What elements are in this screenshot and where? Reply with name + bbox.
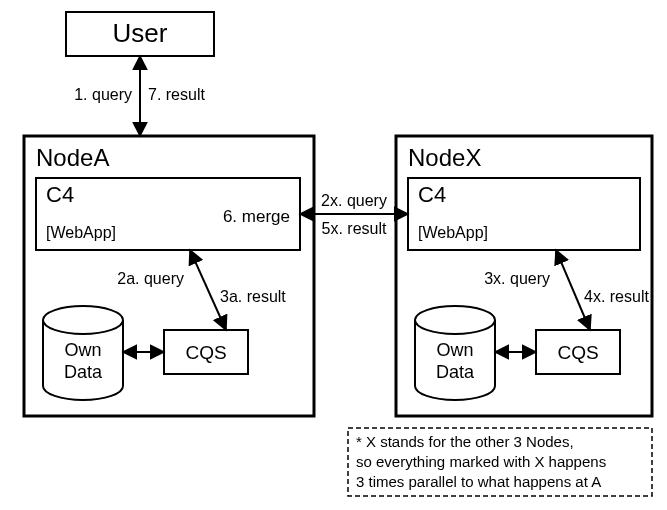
footnote-l3: 3 times parallel to what happens at A [356, 473, 601, 490]
node-x-own-data-l2: Data [436, 362, 475, 382]
edge-label-2x: 2x. query [321, 192, 387, 209]
node-x-own-data-l1: Own [436, 340, 473, 360]
node-x-title: NodeX [408, 144, 481, 171]
svg-point-0 [43, 306, 123, 334]
edge-label-3a: 3a. result [220, 288, 286, 305]
footnote-l2: so everything marked with X happens [356, 453, 606, 470]
node-a-own-data-l1: Own [64, 340, 101, 360]
node-x-cqs-label: CQS [557, 342, 598, 363]
edge-label-1: 1. query [74, 86, 132, 103]
node-a-cqs-label: CQS [185, 342, 226, 363]
user-label: User [113, 18, 168, 48]
node-a-c4-merge: 6. merge [223, 207, 290, 226]
svg-point-1 [415, 306, 495, 334]
edge-label-7: 7. result [148, 86, 205, 103]
edge-label-3x: 3x. query [484, 270, 550, 287]
footnote-l1: * X stands for the other 3 Nodes, [356, 433, 574, 450]
edge-label-4x: 4x. result [584, 288, 649, 305]
node-a-own-data-l2: Data [64, 362, 103, 382]
edge-label-5x: 5x. result [322, 220, 387, 237]
node-a-c4-subtitle: [WebApp] [46, 224, 116, 241]
edge-label-2a: 2a. query [117, 270, 184, 287]
node-x-c4-title: C4 [418, 182, 446, 207]
node-x-c4-subtitle: [WebApp] [418, 224, 488, 241]
node-a-title: NodeA [36, 144, 109, 171]
node-a-c4-title: C4 [46, 182, 74, 207]
